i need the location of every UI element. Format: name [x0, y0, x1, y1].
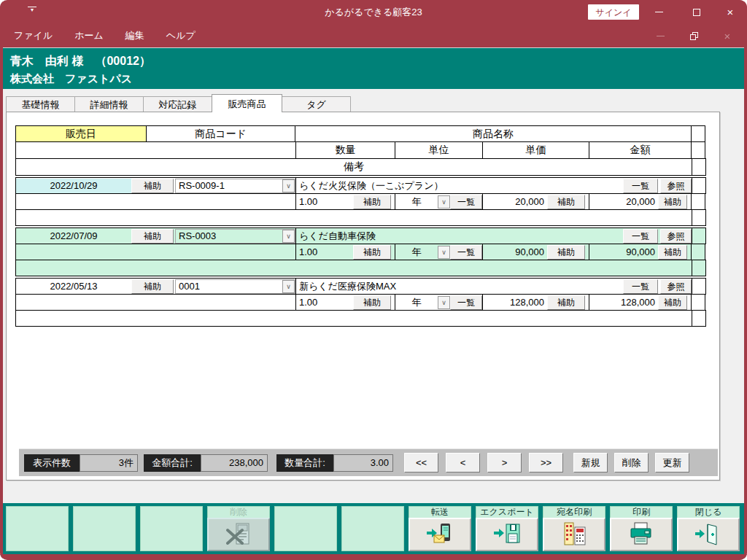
product-code-field[interactable]: 0001∨ [175, 279, 295, 294]
toolbar-empty-slot [274, 506, 337, 551]
col-header-amount[interactable]: 金額 [589, 141, 692, 159]
tab-tags[interactable]: タグ [282, 96, 351, 112]
unit-cell: 年∨一覧 [395, 294, 483, 311]
sale-date-field[interactable]: 2022/07/09 [16, 229, 131, 244]
unit-price-assist-button[interactable]: 補助 [547, 245, 585, 260]
date-assist-button[interactable]: 補助 [131, 229, 174, 244]
maximize-button[interactable] [680, 0, 713, 24]
memo-field[interactable] [15, 310, 692, 327]
close-button[interactable]: × [713, 0, 747, 24]
product-code-field[interactable]: RS-0003∨ [175, 229, 295, 244]
delete-record-button[interactable]: 削除 [614, 453, 649, 472]
product-reference-button[interactable]: 参照 [660, 179, 692, 193]
unit-price-cell: 20,000補助 [482, 193, 589, 210]
col-header-unit-price[interactable]: 単価 [482, 141, 589, 159]
minimize-button[interactable] [642, 0, 676, 24]
product-code-text: RS-0009-1 [176, 180, 282, 191]
col-header-memo[interactable]: 備考 [15, 158, 692, 176]
col-header-qty[interactable]: 数量 [295, 141, 395, 159]
window-border-left [0, 0, 3, 560]
date-assist-button[interactable]: 補助 [131, 279, 174, 294]
tab-correspondence[interactable]: 対応記録 [143, 96, 212, 112]
tab-sales-products[interactable]: 販売商品 [212, 94, 282, 112]
toolbar-button-transfer[interactable]: 転送 [409, 506, 471, 551]
unit-price-value[interactable]: 90,000 [483, 246, 547, 257]
qty-assist-button[interactable]: 補助 [353, 195, 391, 209]
col-header-product-code[interactable]: 商品コード [146, 125, 295, 142]
qty-value[interactable]: 1.00 [296, 246, 353, 257]
toolbar-button-export[interactable]: エクスポート [476, 506, 538, 551]
unit-price-assist-button[interactable]: 補助 [547, 295, 585, 310]
menu-help[interactable]: ヘルプ [155, 24, 206, 47]
amount-assist-button[interactable]: 補助 [658, 195, 687, 209]
record-row-memo [15, 311, 706, 327]
qty-value[interactable]: 1.00 [296, 297, 353, 308]
product-list-button[interactable]: 一覧 [623, 179, 658, 193]
update-record-button[interactable]: 更新 [655, 453, 689, 472]
unit-value[interactable]: 年 [395, 246, 438, 259]
memo-field[interactable] [15, 209, 692, 226]
col-header-product-name[interactable]: 商品名称 [295, 125, 692, 142]
menu-home[interactable]: ホーム [63, 24, 115, 47]
combo-arrow-icon[interactable]: ∨ [282, 230, 295, 243]
tab-detail-info[interactable]: 詳細情報 [74, 96, 144, 112]
table-header-row-2: 数量 単位 単価 金額 [15, 142, 706, 159]
product-code-field[interactable]: RS-0009-1∨ [175, 179, 295, 193]
product-name-text: らくだ自動車保険 [296, 230, 623, 243]
nav-next-button[interactable]: > [487, 453, 522, 472]
combo-arrow-icon[interactable]: ∨ [282, 179, 295, 192]
nav-prev-button[interactable]: < [446, 453, 480, 472]
unit-price-value[interactable]: 128,000 [483, 297, 547, 308]
col-header-sale-date[interactable]: 販売日 [15, 125, 147, 142]
memo-field[interactable] [15, 260, 692, 276]
qty-assist-button[interactable]: 補助 [353, 295, 391, 310]
unit-combo-arrow-icon[interactable]: ∨ [438, 246, 450, 259]
menu-file[interactable]: ファイル [3, 24, 63, 47]
toolbar-button-address-print[interactable]: 宛名印刷 [543, 506, 605, 551]
toolbar-button-print[interactable]: 印刷 [610, 506, 673, 551]
amount-assist-button[interactable]: 補助 [658, 245, 687, 260]
transfer-icon [409, 518, 471, 551]
qty-value[interactable]: 1.00 [296, 196, 353, 207]
product-reference-button[interactable]: 参照 [660, 229, 692, 244]
unit-price-assist-button[interactable]: 補助 [547, 195, 585, 209]
col-header-unit[interactable]: 単位 [395, 141, 483, 159]
amount-cell: 20,000補助 [589, 193, 692, 210]
unit-list-button[interactable]: 一覧 [450, 195, 482, 209]
product-reference-button[interactable]: 参照 [660, 279, 692, 294]
amount-assist-button[interactable]: 補助 [658, 295, 687, 310]
export-icon [476, 518, 538, 551]
toolbar-button-label: 印刷 [610, 506, 673, 518]
amount-cell: 90,000補助 [589, 244, 692, 260]
amount-value[interactable]: 20,000 [589, 196, 658, 207]
amount-total-value: 238,000 [201, 454, 268, 472]
combo-arrow-icon[interactable]: ∨ [282, 280, 295, 293]
product-list-button[interactable]: 一覧 [623, 229, 658, 244]
product-list-button[interactable]: 一覧 [623, 279, 658, 294]
nav-first-button[interactable]: << [404, 453, 438, 472]
nav-last-button[interactable]: >> [529, 453, 563, 472]
toolbar-button-close-door[interactable]: 閉じる [677, 506, 740, 551]
qty-cell: 1.00補助 [295, 193, 395, 210]
sale-date-field[interactable]: 2022/05/13 [16, 279, 131, 294]
blank-cell [15, 244, 296, 260]
unit-value[interactable]: 年 [395, 195, 438, 209]
date-assist-button[interactable]: 補助 [131, 179, 174, 193]
unit-list-button[interactable]: 一覧 [450, 245, 482, 260]
mdi-restore-button[interactable] [687, 29, 700, 42]
unit-list-button[interactable]: 一覧 [450, 295, 482, 310]
record-row-main: 2022/10/29補助RS-0009-1∨らくだ火災保険（一こぶプラン）一覧参… [15, 178, 706, 194]
unit-price-value[interactable]: 20,000 [483, 196, 547, 207]
toolbar-button-label: 閉じる [677, 506, 740, 518]
unit-value[interactable]: 年 [395, 296, 438, 309]
new-record-button[interactable]: 新規 [573, 453, 608, 472]
amount-value[interactable]: 90,000 [589, 246, 658, 257]
signin-button[interactable]: サインイン [588, 4, 639, 20]
qty-assist-button[interactable]: 補助 [353, 245, 391, 260]
unit-combo-arrow-icon[interactable]: ∨ [438, 296, 450, 309]
menu-edit[interactable]: 編集 [115, 24, 155, 47]
unit-combo-arrow-icon[interactable]: ∨ [438, 195, 450, 209]
tab-basic-info[interactable]: 基礎情報 [6, 96, 75, 112]
amount-value[interactable]: 128,000 [589, 297, 658, 308]
sale-date-field[interactable]: 2022/10/29 [16, 179, 131, 193]
